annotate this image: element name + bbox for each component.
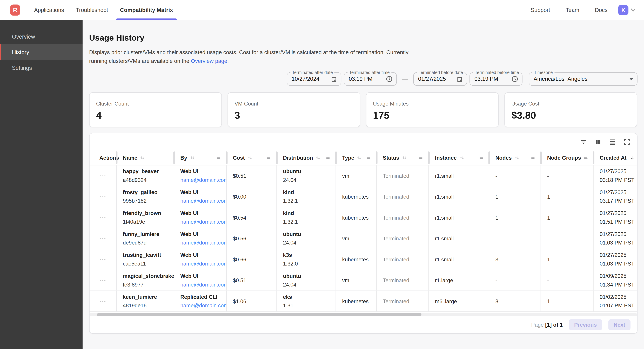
created-date: 01/27/2025 <box>600 167 638 176</box>
table-row: trusting_leavitt cae5ea11 Web UI name@do… <box>90 249 637 270</box>
distribution-version: 1.32.1 <box>283 197 336 205</box>
by-cell: Replicated CLI name@domain.com <box>174 291 227 312</box>
sort-icon <box>459 155 464 160</box>
timezone-select[interactable]: Timezone America/Los_Angeles <box>529 72 638 86</box>
cluster-id: de9ed87d <box>123 238 174 247</box>
column-header-label: Distribution <box>283 155 313 161</box>
cluster-id: 1f40a19e <box>123 218 174 226</box>
nav-item-troubleshoot[interactable]: Troubleshoot <box>76 0 108 20</box>
row-actions-button[interactable] <box>100 298 106 305</box>
sidebar-item-settings[interactable]: Settings <box>0 60 82 75</box>
cost-cell: $1.06 <box>227 291 277 312</box>
calendar-icon[interactable] <box>456 76 463 82</box>
node-groups-cell: 1 <box>541 249 594 270</box>
stat-label: Usage Cost <box>511 101 630 107</box>
column-menu-icon[interactable] <box>216 155 222 161</box>
by-email-link[interactable]: name@domain.com <box>180 238 226 247</box>
columns-icon[interactable] <box>594 138 602 145</box>
column-header-label: Nodes <box>495 155 512 161</box>
app-logo[interactable]: R <box>10 4 20 15</box>
column-header[interactable]: Cost <box>227 150 277 165</box>
calendar-icon[interactable] <box>331 76 337 82</box>
avatar[interactable]: K <box>618 5 628 15</box>
row-actions-button[interactable] <box>100 172 106 179</box>
cost-cell: $0.51 <box>227 165 277 186</box>
table-toolbar <box>90 133 637 150</box>
row-actions-button[interactable] <box>100 235 106 242</box>
fullscreen-icon[interactable] <box>623 138 630 145</box>
by-email-link[interactable]: name@domain.com <box>180 176 226 184</box>
by-source: Web UI <box>180 209 226 217</box>
column-header[interactable]: Node Groups <box>541 150 594 165</box>
column-header[interactable]: Nodes <box>489 150 541 165</box>
status-cell: Terminated <box>377 207 429 228</box>
created-date: 01/27/2025 <box>600 230 638 238</box>
table-row: keen_lumiere 4819de16 Replicated CLI nam… <box>90 291 637 312</box>
description-text: Displays prior clusters/VMs and their as… <box>89 49 408 64</box>
nav-item-docs[interactable]: Docs <box>595 7 608 13</box>
nav-item-team[interactable]: Team <box>566 7 579 13</box>
chevron-down-icon[interactable] <box>630 8 636 12</box>
status-cell: Terminated <box>377 186 429 207</box>
by-email-link[interactable]: name@domain.com <box>180 197 226 205</box>
column-menu-icon[interactable] <box>582 155 588 161</box>
row-actions-button[interactable] <box>100 256 106 263</box>
sidebar-item-history[interactable]: History <box>0 44 82 60</box>
column-menu-icon[interactable] <box>418 155 424 161</box>
type-cell: vm <box>336 270 377 291</box>
column-header[interactable]: Distribution <box>277 150 336 165</box>
page-word: Page <box>531 322 544 328</box>
nodes-cell: - <box>489 165 541 186</box>
density-icon[interactable] <box>609 138 616 145</box>
previous-page-button[interactable]: Previous <box>569 319 602 331</box>
column-menu-icon[interactable] <box>530 155 536 161</box>
sidebar-item-overview[interactable]: Overview <box>0 29 82 44</box>
by-email-link[interactable]: name@domain.com <box>180 218 226 226</box>
name-cell: keen_lumiere 4819de16 <box>117 291 174 312</box>
page-status: [1] of 1 <box>545 322 563 328</box>
stat-label: VM Count <box>234 101 353 107</box>
row-actions-button[interactable] <box>100 193 106 200</box>
name-cell: trusting_leavitt cae5ea11 <box>117 249 174 270</box>
created-at-cell: 01/09/2025 01:34 PM PST <box>594 270 638 291</box>
by-email-link[interactable]: name@domain.com <box>180 259 226 268</box>
terminated-before-date-field[interactable]: Terminated before date 01/27/2025 <box>413 72 467 86</box>
column-menu-icon[interactable] <box>366 155 372 161</box>
column-header[interactable]: Type <box>336 150 377 165</box>
sort-icon <box>357 155 362 160</box>
actions-cell <box>90 228 117 249</box>
row-actions-button[interactable] <box>100 214 106 221</box>
next-page-button[interactable]: Next <box>608 319 630 331</box>
distribution-cell: kind 1.32.1 <box>277 207 336 228</box>
clock-icon[interactable] <box>511 75 518 82</box>
clock-icon[interactable] <box>386 75 393 82</box>
column-menu-icon[interactable] <box>325 155 331 161</box>
nav-item-applications[interactable]: Applications <box>34 0 64 20</box>
created-date: 01/09/2025 <box>600 272 638 280</box>
column-menu-icon[interactable] <box>478 155 484 161</box>
column-header[interactable]: Actions <box>90 150 117 165</box>
column-header[interactable]: Created At <box>594 150 638 165</box>
row-actions-button[interactable] <box>100 277 106 284</box>
column-menu-icon[interactable] <box>266 155 272 161</box>
instance-cell: r1.small <box>429 165 489 186</box>
terminated-after-time-field[interactable]: Terminated after time 03:19 PM <box>344 72 397 86</box>
column-separator[interactable] <box>637 151 638 164</box>
by-email-link[interactable]: name@domain.com <box>180 280 226 289</box>
column-header[interactable]: Name <box>117 150 174 165</box>
by-source: Web UI <box>180 272 226 280</box>
table-row: magical_stonebraker fe3f8977 Web UI name… <box>90 270 637 291</box>
column-header[interactable]: By <box>174 150 227 165</box>
filter-icon[interactable] <box>580 138 587 145</box>
column-header[interactable]: Instance <box>429 150 489 165</box>
horizontal-scrollbar-track[interactable] <box>90 313 637 316</box>
horizontal-scrollbar-thumb[interactable] <box>97 313 422 316</box>
column-header[interactable]: Status <box>377 150 429 165</box>
by-email-link[interactable]: name@domain.com <box>180 301 226 310</box>
nav-item-compatibility-matrix[interactable]: Compatibility Matrix <box>120 0 173 20</box>
overview-page-link[interactable]: Overview page <box>191 58 227 64</box>
terminated-after-date-field[interactable]: Terminated after date 10/27/2024 <box>287 72 342 86</box>
status-cell: Terminated <box>377 228 429 249</box>
nav-item-support[interactable]: Support <box>531 7 550 13</box>
terminated-before-time-field[interactable]: Terminated before time 03:19 PM <box>470 72 522 86</box>
